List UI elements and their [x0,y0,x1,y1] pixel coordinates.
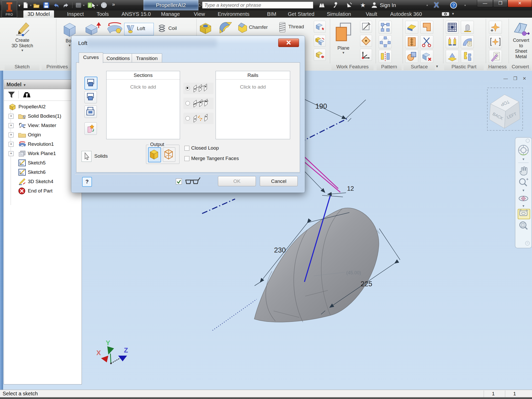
create-3d-sketch-button[interactable]: Create 3D Sketch ▼ [6,20,38,63]
copy-object-button[interactable] [314,35,326,47]
boundary-patch-button[interactable] [420,21,433,34]
toolbar-overflow-chevrons[interactable]: » [110,1,117,8]
direct-edit-button[interactable] [314,21,326,33]
harness-button-3[interactable] [489,50,502,63]
tree-item-end-of-part[interactable]: End of Part [4,186,82,196]
chamfer-button[interactable]: Chamfer [237,22,248,33]
tree-item-label[interactable]: Work Plane1 [28,149,56,158]
help-globe-button[interactable] [100,2,108,9]
tools-wrench-icon[interactable] [332,2,339,8]
pan-button[interactable] [518,165,529,176]
extrude-button[interactable] [84,20,102,35]
tab-simulation[interactable]: Simulation [323,10,355,18]
dimension-190-text[interactable]: 190 [315,102,327,110]
redo-button[interactable] [62,2,70,9]
orbit-button[interactable] [518,193,529,204]
user-avatar-icon[interactable] [371,2,378,8]
expand-icon[interactable]: + [9,114,14,119]
search-input[interactable] [202,2,313,9]
spinner-body[interactable] [254,208,379,322]
area-loft-radio[interactable] [185,116,190,121]
tree-item-sketch6[interactable]: Sketch6 [4,168,82,177]
tab-inspect[interactable]: Inspect [63,10,88,18]
tree-item-root[interactable]: PropellerAI2 [4,102,82,111]
undo-button[interactable] [52,2,60,9]
axis-button[interactable] [360,21,372,33]
help-dropdown[interactable] [464,5,466,6]
dimension-12-text[interactable]: 12 [347,185,354,192]
harness-button-2[interactable] [489,35,502,48]
stitch-button[interactable] [405,35,418,48]
navigation-wheel-button[interactable] [518,144,529,156]
open-button[interactable] [33,2,40,9]
dimension-230-text[interactable]: 230 [274,246,286,254]
tree-item-3d-sketch4[interactable]: 3D Sketch4 [4,177,82,186]
doc-minimize-icon[interactable]: — [503,76,508,81]
plane-dropdown-icon[interactable]: ▼ [333,51,354,55]
thread-button[interactable]: Thread [277,21,287,33]
convert-group-label[interactable]: Convert [509,63,531,70]
title-expand-arrow-icon[interactable] [198,3,202,7]
tab-manage[interactable]: Manage [157,10,184,18]
zoom-dropdown-icon[interactable]: ▼ [518,189,529,192]
create-3d-sketch-dropdown-icon[interactable]: ▼ [6,49,38,52]
coil-button[interactable]: Coil [157,23,185,35]
doc-close-icon[interactable]: ✕ [523,76,526,81]
output-surface-button[interactable] [163,147,175,162]
tree-item-label[interactable]: Origin [28,130,41,139]
rails-placeholder[interactable]: Click to add [216,84,290,90]
exchange-apps-icon[interactable]: X [432,1,441,9]
filter-icon[interactable] [7,91,16,99]
closed-loop-checkbox[interactable] [184,146,189,151]
rails-list[interactable]: Rails Click to add [216,71,290,139]
browser-header-dropdown-icon[interactable]: ▼ [23,83,26,87]
restore-button[interactable]: ❐ [493,0,508,7]
tree-item-work-plane1[interactable]: + Work Plane1 [4,149,82,158]
help-icon[interactable]: ? [450,2,457,9]
sign-in-link[interactable]: Sign In [380,0,396,10]
tab-bim[interactable]: BIM [263,10,281,18]
tree-item-label[interactable]: 3D Sketch4 [28,177,53,186]
new-file-button[interactable] [22,2,29,9]
thicken-offset-button[interactable] [405,21,418,34]
tree-item-revolution1[interactable]: + Revolution1 [4,139,82,149]
loft-button[interactable]: Loft [124,23,154,35]
minimize-button[interactable]: — [477,0,493,7]
view-face-button[interactable] [518,220,529,231]
new-file-dropdown[interactable] [30,5,31,6]
boss-button[interactable] [446,35,459,48]
grill-button[interactable] [446,21,459,34]
search-binoculars-icon[interactable] [318,2,325,8]
rest-button[interactable] [461,21,474,34]
selected-sketch-lines[interactable] [304,156,340,192]
inventor-logo[interactable]: PRO [2,1,17,18]
save-button[interactable] [43,2,50,9]
primitives-group-label[interactable]: Primitives [42,63,73,70]
pattern-group-label[interactable]: Pattern [377,63,402,70]
mirror-button[interactable] [379,50,392,63]
browser-header[interactable]: Model ▼ [4,80,82,89]
signin-dropdown[interactable] [427,5,428,6]
tree-item-sketch5[interactable]: Sketch5 [4,158,82,168]
tree-item-label[interactable]: PropellerAI2 [18,102,46,111]
tree-item-label[interactable]: View: Master [28,121,56,130]
tab-autodesk-360[interactable]: Autodesk 360 [386,10,426,18]
delete-face-button[interactable] [420,50,433,63]
tree-item-view-master[interactable]: + View: Master [4,121,82,130]
dialog-help-button[interactable]: ? [82,177,92,187]
dimension-225-text[interactable]: 225 [361,280,372,288]
wheel-dropdown-icon[interactable]: ▼ [518,157,529,161]
surface-group-dropdown-icon[interactable]: ▼ [435,64,439,68]
screencast-dropdown-icon[interactable]: ▼ [451,12,455,16]
look-at-button[interactable] [518,209,530,219]
merge-tangent-faces-checkbox[interactable] [184,156,189,161]
surface-group-label[interactable]: Surface [404,63,435,70]
solids-select-button[interactable] [82,151,91,162]
doc-restore-icon[interactable]: ❐ [513,76,517,81]
snap-fit-button[interactable] [461,50,474,63]
ok-button[interactable]: OK [218,176,256,186]
tree-item-label[interactable]: Sketch6 [28,168,46,177]
browser-search-icon[interactable] [22,91,32,99]
communication-dish-icon[interactable] [346,2,353,8]
work-features-group-label[interactable]: Work Features [331,63,374,70]
